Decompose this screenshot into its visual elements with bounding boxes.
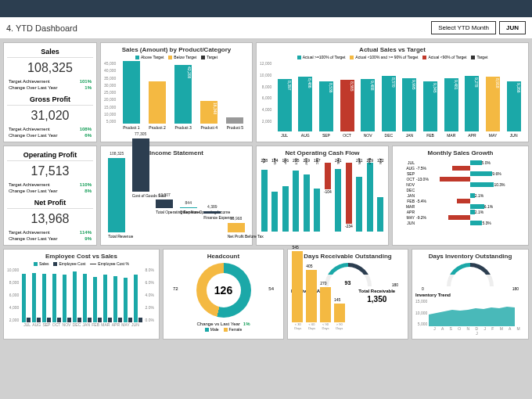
employee-cost-chart: Employee Cost vs Sales Sales Employee Co… — [3, 249, 160, 340]
kpi-sales-value: 108,325 — [7, 58, 93, 78]
kpi-sales-gp: Sales 108,325 Target Achievement101% Cha… — [3, 42, 97, 142]
days-receivable-card: Days Receivable Outstanding 93 0180 Rece… — [287, 249, 408, 340]
svg-marker-0 — [429, 307, 515, 326]
monthly-growth-chart: Monthly Sales Growth JUL5.0%AUG-7.5%SEP9… — [392, 146, 529, 246]
inventory-trend-area — [429, 299, 515, 326]
cash-flow-chart: Net Operating Cash Flow 238JUL154AUG176S… — [256, 146, 389, 246]
kpi-gp-title: Gross Profit — [7, 94, 93, 106]
select-ytd-month-button[interactable]: Select YTD Month — [431, 21, 496, 34]
month-value-button[interactable]: JUN — [499, 21, 526, 34]
kpi-gp-value: 31,020 — [7, 106, 93, 126]
days-inventory-card: Days Inventory Outstanding 0180 Inventor… — [412, 249, 529, 340]
kpi-sales-title: Sales — [7, 46, 93, 58]
income-statement-chart: Income Statement 108,325Total Revenue 77… — [100, 146, 253, 246]
page-title: 4. YTD Dashboard — [6, 23, 428, 33]
actual-vs-target-chart: Actual Sales vs Target Actual >=100% of … — [256, 42, 529, 142]
dashboard-grid: Sales 108,325 Target Achievement101% Cha… — [0, 39, 532, 343]
headcount-chart: Headcount 126 72 54 Change vs Last Year1… — [163, 249, 284, 340]
headcount-donut: 126 — [196, 263, 251, 318]
window-titlebar — [0, 0, 532, 17]
product-sales-chart: Sales (Amount) by Product/Category Above… — [100, 42, 253, 142]
kpi-op-np: Operating Profit 17,513 Target Achieveme… — [3, 146, 97, 246]
dio-gauge — [447, 263, 494, 286]
header-bar: 4. YTD Dashboard Select YTD Month JUN — [0, 17, 532, 39]
